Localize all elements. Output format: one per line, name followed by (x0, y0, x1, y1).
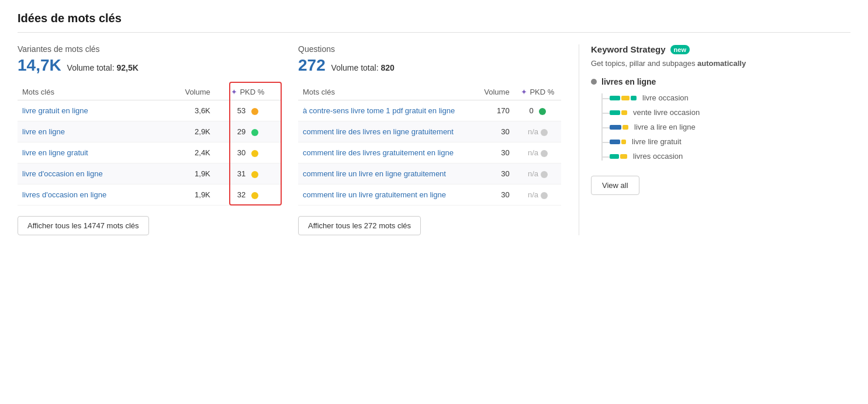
questions-section: Questions 272 Volume total: 820 Mots clé… (298, 44, 579, 235)
list-item[interactable]: livre occasion (603, 93, 850, 102)
variants-show-all-button[interactable]: Afficher tous les 14747 mots clés (18, 216, 149, 235)
keyword-cell[interactable]: livre en ligne (18, 121, 161, 142)
volume-cell: 30 (476, 184, 514, 206)
variants-section: Variantes de mots clés 14,7K Volume tota… (18, 44, 298, 235)
table-row: livre en ligne gratuit 2,4K 30 (18, 142, 281, 163)
table-row: livre en ligne 2,9K 29 (18, 121, 281, 142)
questions-show-all-button[interactable]: Afficher tous les 272 mots clés (298, 216, 421, 235)
keyword-cell[interactable]: livres d'occasion en ligne (18, 184, 161, 206)
strategy-root-dot (591, 79, 597, 85)
pkd-dot (541, 192, 548, 199)
volume-cell: 30 (476, 121, 514, 142)
keyword-cell[interactable]: comment lire des livres en ligne gratuit… (298, 121, 476, 142)
pkd-cell: 32 (215, 184, 281, 206)
yellow-bar (621, 96, 630, 100)
volume-cell: 2,4K (161, 142, 215, 163)
questions-volume: Volume total: 820 (331, 63, 395, 72)
pkd-cell: 31 (215, 163, 281, 184)
variants-col-pkd: ✦ PKD % (215, 84, 281, 100)
pkd-value: 32 (237, 190, 245, 199)
variants-volume: Volume total: 92,5K (67, 63, 139, 72)
pkd-cell: n/a (514, 184, 561, 206)
pkd-na: n/a (528, 127, 538, 136)
blue-bar (610, 140, 620, 144)
volume-cell: 30 (476, 142, 514, 163)
questions-col-pkd: ✦ PKD % (514, 84, 561, 100)
keyword-cell[interactable]: comment lire des livres gratuitement en … (298, 142, 476, 163)
pkd-na: n/a (528, 190, 538, 199)
questions-table: Mots clés Volume ✦ PKD % à contre-sens l… (298, 84, 561, 206)
keyword-cell[interactable]: comment lire un livre gratuitement en li… (298, 184, 476, 206)
bar-group (610, 125, 628, 130)
volume-cell: 3,6K (161, 100, 215, 121)
bar-group (610, 140, 626, 144)
strategy-item-label: livre a lire en ligne (634, 123, 696, 131)
yellow-bar (620, 154, 627, 159)
keyword-cell[interactable]: comment lire un livre en ligne gratuitem… (298, 163, 476, 184)
strategy-header: Keyword Strategy new (591, 44, 850, 54)
view-all-button[interactable]: View all (591, 176, 639, 195)
pkd-cell: 30 (215, 142, 281, 163)
strategy-root-label: livres en ligne (601, 77, 656, 86)
volume-cell: 30 (476, 163, 514, 184)
pkd-value: 53 (237, 106, 245, 115)
questions-col-keyword: Mots clés (298, 84, 476, 100)
yellow-bar (621, 110, 627, 115)
bar-group (610, 154, 627, 159)
variants-label: Variantes de mots clés (18, 44, 281, 54)
pkd-cell: n/a (514, 163, 561, 184)
list-item[interactable]: livre lire gratuit (603, 137, 850, 146)
strategy-root: livres en ligne (591, 77, 850, 86)
strategy-section: Keyword Strategy new Get topics, pillar … (579, 44, 850, 235)
table-row: livre gratuit en ligne 3,6K 53 (18, 100, 281, 121)
teal-bar (610, 96, 620, 100)
volume-cell: 1,9K (161, 163, 215, 184)
volume-cell: 1,9K (161, 184, 215, 206)
table-row: comment lire un livre gratuitement en li… (298, 184, 561, 206)
strategy-item-label: vente livre occasion (633, 108, 700, 117)
pkd-dot (251, 108, 258, 115)
pkd-cell: 0 (514, 100, 561, 121)
blue-bar (610, 125, 621, 130)
pkd-cell: n/a (514, 121, 561, 142)
pkd-value: 31 (237, 169, 245, 178)
pkd-cell: 29 (215, 121, 281, 142)
list-item[interactable]: livres occasion (603, 152, 850, 161)
keyword-cell[interactable]: livre en ligne gratuit (18, 142, 161, 163)
pkd-value: 0 (529, 106, 533, 115)
yellow-bar (623, 125, 628, 130)
questions-label: Questions (298, 44, 561, 54)
strategy-description: Get topics, pillar and subpages automati… (591, 59, 850, 68)
pkd-dot (541, 129, 548, 136)
pkd-star-icon-2: ✦ (521, 88, 527, 96)
strategy-items: livre occasion vente livre occasion livr… (601, 93, 850, 161)
strategy-title: Keyword Strategy (591, 44, 666, 54)
pkd-dot (251, 150, 258, 157)
pkd-dot (251, 129, 258, 136)
pkd-dot (541, 171, 548, 178)
pkd-dot (539, 108, 546, 115)
keyword-cell[interactable]: à contre-sens livre tome 1 pdf gratuit e… (298, 100, 476, 121)
list-item[interactable]: vente livre occasion (603, 108, 850, 117)
volume-cell: 2,9K (161, 121, 215, 142)
strategy-item-label: livre lire gratuit (632, 137, 682, 146)
table-row: comment lire un livre en ligne gratuitem… (298, 163, 561, 184)
list-item[interactable]: livre a lire en ligne (603, 123, 850, 131)
table-row: livre d'occasion en ligne 1,9K 31 (18, 163, 281, 184)
yellow-bar (621, 140, 626, 144)
volume-cell: 170 (476, 100, 514, 121)
teal-bar (610, 110, 620, 115)
keyword-cell[interactable]: livre d'occasion en ligne (18, 163, 161, 184)
keyword-cell[interactable]: livre gratuit en ligne (18, 100, 161, 121)
strategy-new-badge: new (670, 45, 690, 54)
variants-table: Mots clés Volume ✦ PKD % livre gratuit e… (18, 84, 281, 206)
pkd-na: n/a (528, 148, 538, 157)
bar-group (610, 110, 627, 115)
pkd-value: 29 (237, 127, 245, 136)
variants-col-keyword: Mots clés (18, 84, 161, 100)
pkd-value: 30 (237, 148, 245, 157)
table-row: à contre-sens livre tome 1 pdf gratuit e… (298, 100, 561, 121)
questions-col-volume: Volume (476, 84, 514, 100)
variants-col-volume: Volume (161, 84, 215, 100)
pkd-dot (541, 150, 548, 157)
